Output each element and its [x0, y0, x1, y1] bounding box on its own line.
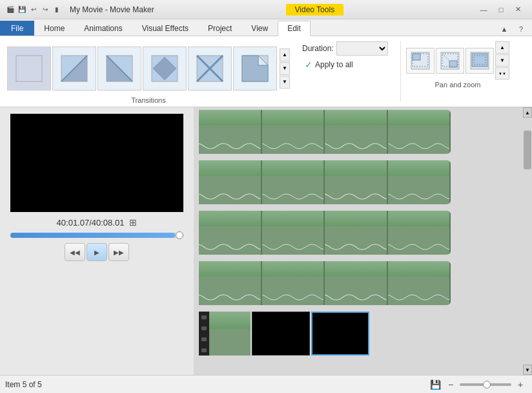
gallery-scroll: ▲ ▼ ▼ — [280, 48, 290, 89]
film-hole-1 — [201, 315, 207, 319]
expand-icon[interactable]: ⊞ — [129, 217, 137, 228]
maximize-button[interactable]: □ — [493, 3, 509, 16]
track-clip-2[interactable] — [199, 160, 451, 204]
timeline-track-2 — [199, 160, 518, 207]
save-project-icon[interactable]: 💾 — [429, 378, 442, 391]
progress-bar[interactable] — [10, 233, 183, 238]
timeline-track-3 — [199, 211, 518, 257]
gallery-more-button[interactable]: ▼ — [280, 76, 290, 89]
gallery-up-button[interactable]: ▲ — [280, 48, 290, 61]
zoom-slider[interactable] — [460, 383, 511, 386]
film-hole-3 — [201, 337, 207, 341]
black-segment-1 — [252, 312, 310, 356]
clip-frame-1c — [325, 110, 388, 154]
tab-edit[interactable]: Edit — [278, 21, 311, 36]
transitions-label: Transitions — [131, 96, 165, 104]
clip-frame-3c — [325, 211, 388, 255]
preview-screen — [10, 114, 183, 212]
timeline-outer: ▲ ▼ — [194, 107, 532, 375]
app-title: My Movie - Movie Maker — [70, 5, 154, 14]
duration-row: Duration: — [302, 41, 395, 56]
ribbon-collapse-button[interactable]: ▲ — [496, 23, 513, 36]
undo-icon[interactable]: ↩ — [28, 5, 39, 15]
transitions-section: ▲ ▼ ▼ Transitions — [0, 39, 297, 104]
apply-all-label: Apply to all — [315, 60, 353, 69]
pan-zoom-section: ▲ ▼ ▼▼ Pan and zoom — [401, 39, 515, 104]
black-segment-2-selected[interactable] — [311, 312, 369, 356]
scrollbar-thumb[interactable] — [524, 131, 531, 169]
film-hole-4 — [201, 348, 207, 352]
tab-project[interactable]: Project — [198, 21, 241, 36]
duration-section: Duration: ✓ Apply to all — [297, 39, 400, 104]
close-button[interactable]: ✕ — [510, 3, 527, 16]
timeline-track-1 — [199, 110, 518, 156]
clip-frame-2b — [262, 160, 325, 204]
duration-select[interactable] — [336, 41, 388, 56]
redo-icon[interactable]: ↪ — [40, 5, 50, 15]
marker-icon: ▮ — [52, 5, 62, 15]
apply-all-button[interactable]: ✓ Apply to all — [302, 58, 395, 71]
track-clip-5[interactable] — [199, 312, 515, 356]
pan-zoom-label: Pan and zoom — [435, 81, 481, 89]
video-tools-tab[interactable]: Video Tools — [286, 4, 344, 16]
clip-frame-1a — [199, 110, 262, 154]
transition-diagonal1[interactable] — [52, 47, 96, 90]
clip-frame-4a — [199, 261, 262, 305]
transition-x[interactable] — [188, 47, 232, 90]
scrollbar-track[interactable] — [523, 118, 532, 365]
tab-visual-effects[interactable]: Visual Effects — [132, 21, 198, 36]
clip-frame-4c — [325, 261, 388, 305]
clip-frame-3b — [262, 211, 325, 255]
transitions-gallery — [7, 47, 277, 90]
clip-frame-1d — [388, 110, 451, 154]
timeline-track-4 — [199, 261, 518, 308]
transition-diamond[interactable] — [143, 47, 187, 90]
timeline-scroll[interactable] — [194, 107, 523, 375]
save-icon[interactable]: 💾 — [17, 5, 27, 15]
item-count-text: Item 5 of 5 — [5, 380, 42, 389]
track-clip-3[interactable] — [199, 211, 451, 255]
fast-forward-button[interactable]: ▶▶ — [108, 243, 129, 261]
scrollbar-up-button[interactable]: ▲ — [523, 107, 532, 118]
progress-fill — [10, 233, 175, 238]
app-icon: 🎬 — [5, 5, 15, 15]
preview-panel: 40:01.07/40:08.01 ⊞ ◀◀ ▶ ▶▶ — [0, 107, 194, 375]
panzoom-more-button[interactable]: ▼▼ — [495, 67, 509, 80]
track-clip-1[interactable] — [199, 110, 451, 154]
gallery-down-button[interactable]: ▼ — [280, 62, 290, 75]
progress-thumb[interactable] — [176, 231, 183, 239]
clip-frame-3d — [388, 211, 451, 255]
pan-zoom-row: ▲ ▼ ▼▼ — [406, 41, 509, 80]
play-button[interactable]: ▶ — [87, 243, 107, 261]
timecode-text: 40:01.07/40:08.01 — [57, 218, 125, 228]
zoom-controls: 💾 − + — [429, 378, 527, 391]
window-controls: — □ ✕ — [475, 3, 527, 16]
transition-pageturn[interactable] — [233, 47, 277, 90]
timeline-scrollbar[interactable]: ▲ ▼ — [523, 107, 532, 375]
zoom-in-button[interactable]: + — [514, 378, 527, 391]
clip-frame-2c — [325, 160, 388, 204]
panzoom-btn1[interactable] — [406, 48, 435, 74]
panzoom-up-button[interactable]: ▲ — [495, 41, 509, 54]
transition-blank[interactable] — [7, 47, 51, 90]
tab-animations[interactable]: Animations — [74, 21, 132, 36]
tab-file[interactable]: File — [0, 21, 34, 36]
transition-diagonal2[interactable] — [97, 47, 141, 90]
scrollbar-down-button[interactable]: ▼ — [523, 365, 532, 375]
tab-home[interactable]: Home — [34, 21, 74, 36]
help-button[interactable]: ? — [513, 23, 529, 36]
track-clip-4[interactable] — [199, 261, 451, 305]
ribbon-content: ▲ ▼ ▼ Transitions Duration: ✓ Apply to a… — [0, 36, 532, 107]
minimize-button[interactable]: — — [475, 3, 492, 16]
tab-view[interactable]: View — [241, 21, 278, 36]
panzoom-btn3[interactable] — [466, 48, 494, 74]
clip-frame-4b — [262, 261, 325, 305]
film-hole-2 — [201, 326, 207, 330]
panzoom-btn2[interactable] — [436, 48, 464, 74]
zoom-out-button[interactable]: − — [444, 378, 457, 391]
panzoom-down-button[interactable]: ▼ — [495, 54, 509, 67]
apply-icon: ✓ — [305, 59, 312, 70]
svg-rect-0 — [16, 56, 42, 81]
rewind-button[interactable]: ◀◀ — [65, 243, 85, 261]
zoom-slider-thumb[interactable] — [483, 381, 491, 388]
